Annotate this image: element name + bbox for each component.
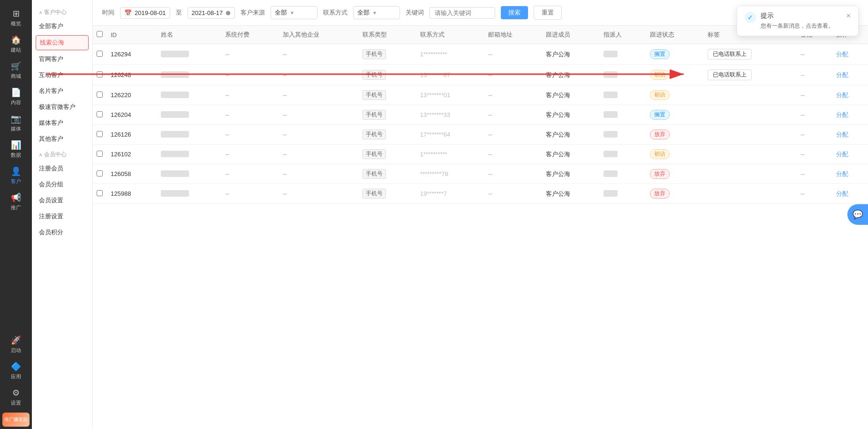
row-follow-status-3: 搁置 xyxy=(646,105,704,125)
float-action-button[interactable]: 💬 xyxy=(847,204,868,225)
menu-speed-customers[interactable]: 极速官微客户 xyxy=(32,99,92,115)
row-join-other-4: -- xyxy=(279,125,359,145)
table-row: 126126 ██████ -- -- 手机号 17*******64 -- 客… xyxy=(93,125,868,145)
row-id-2: 126220 xyxy=(107,85,157,105)
menu-official-customers[interactable]: 官网客户 xyxy=(32,51,92,67)
row-system-fee-6: -- xyxy=(221,164,279,184)
data-icon: 📊 xyxy=(11,140,21,150)
customer-center-title: 客户中心 xyxy=(32,5,92,18)
row-action-5: 分配 xyxy=(832,145,868,164)
content-icon: 📄 xyxy=(11,87,21,98)
row-action-4: 分配 xyxy=(832,125,868,145)
row-checkbox-7[interactable] xyxy=(97,190,103,196)
row-follow-pool-7: 客户公海 xyxy=(542,184,600,204)
row-note-6: -- xyxy=(797,164,832,184)
assign-link-2[interactable]: 分配 xyxy=(836,92,848,99)
row-contact-type-5: 手机号 xyxy=(359,145,416,164)
table-row: 126058 ██████ -- -- 手机号 *********78 -- 客… xyxy=(93,164,868,184)
header-system-fee: 系统付费 xyxy=(221,26,279,44)
select-all-checkbox[interactable] xyxy=(97,31,103,37)
sidebar-item-apps[interactable]: 🔷 应用 xyxy=(0,358,32,384)
sidebar-item-shop[interactable]: 🛒 商城 xyxy=(0,57,32,84)
sidebar-item-content[interactable]: 📄 内容 xyxy=(0,84,32,110)
sidebar-item-media[interactable]: 📷 媒体 xyxy=(0,110,32,136)
date-separator: 至 xyxy=(176,8,182,17)
apps-icon: 🔷 xyxy=(11,361,21,372)
start-date-picker[interactable]: 📅 2019-08-01 xyxy=(120,7,170,19)
assign-link-1[interactable]: 分配 xyxy=(836,71,848,78)
assign-link-5[interactable]: 分配 xyxy=(836,151,848,158)
end-date-picker[interactable]: 2021-08-17 ⊗ xyxy=(188,7,235,19)
sidebar-label-site: 建站 xyxy=(11,46,21,54)
row-join-other-1: -- xyxy=(279,65,359,85)
start-date-value: 2019-08-01 xyxy=(135,9,166,16)
row-contact-type-4: 手机号 xyxy=(359,125,416,145)
keyword-input[interactable] xyxy=(430,7,495,19)
row-checkbox-3[interactable] xyxy=(97,111,103,117)
row-follow-status-2: 初访 xyxy=(646,85,704,105)
row-follow-member-5: ██ xyxy=(600,145,646,164)
customer-table-container: ID 姓名 系统付费 加入其他企业 联系类型 联系方式 邮箱地址 跟进成员 指派… xyxy=(93,26,868,429)
row-note-7: -- xyxy=(797,184,832,204)
row-contact-type-7: 手机号 xyxy=(359,184,416,204)
row-email-4: -- xyxy=(484,125,542,145)
menu-member-group[interactable]: 会员分组 xyxy=(32,176,92,192)
site-icon: 🏠 xyxy=(11,35,21,45)
row-follow-status-6: 放弃 xyxy=(646,164,704,184)
table-row: 125988 ██████ -- -- 手机号 19*******7 -- 客户… xyxy=(93,184,868,204)
table-row: 126294 ██████ -- -- 手机号 1********** -- 客… xyxy=(93,44,868,65)
customer-table: ID 姓名 系统付费 加入其他企业 联系类型 联系方式 邮箱地址 跟进成员 指派… xyxy=(93,26,868,204)
promo-banner[interactable]: 推广赚奖励 xyxy=(2,413,30,427)
header-id: ID xyxy=(107,26,157,44)
row-note-btn-2 xyxy=(704,85,797,105)
search-button[interactable]: 搜索 xyxy=(501,6,528,19)
row-checkbox-4[interactable] xyxy=(97,131,103,137)
source-label: 客户来源 xyxy=(241,8,265,17)
menu-other-customers[interactable]: 其他客户 xyxy=(32,131,92,147)
sidebar-item-overview[interactable]: ⊞ 概览 xyxy=(0,5,32,31)
notification-content: 提示 您有一条新消息，点击查看。 xyxy=(761,12,842,30)
note-btn-0[interactable]: 已电话联系上 xyxy=(708,49,752,60)
assign-link-4[interactable]: 分配 xyxy=(836,131,848,138)
notification-close-icon[interactable]: × xyxy=(846,12,851,20)
row-system-fee-7: -- xyxy=(221,184,279,204)
source-select[interactable]: 全部 ▼ xyxy=(271,6,317,19)
sidebar-item-data[interactable]: 📊 数据 xyxy=(0,136,32,162)
row-action-6: 分配 xyxy=(832,164,868,184)
row-system-fee-5: -- xyxy=(221,145,279,164)
menu-register-member[interactable]: 注册会员 xyxy=(32,161,92,176)
menu-member-settings[interactable]: 会员设置 xyxy=(32,192,92,208)
time-label: 时间 xyxy=(102,8,114,17)
menu-media-customers[interactable]: 媒体客户 xyxy=(32,115,92,131)
reset-button[interactable]: 重置 xyxy=(534,6,562,20)
menu-register-settings[interactable]: 注册设置 xyxy=(32,208,92,224)
assign-link-0[interactable]: 分配 xyxy=(836,51,848,58)
row-checkbox-1[interactable] xyxy=(97,71,103,77)
sidebar-item-promote[interactable]: 📢 推广 xyxy=(0,189,32,215)
assign-link-3[interactable]: 分配 xyxy=(836,111,848,118)
contact-select[interactable]: 全部 ▼ xyxy=(353,6,400,19)
row-checkbox-6[interactable] xyxy=(97,170,103,176)
sidebar-item-launch[interactable]: 🚀 启动 xyxy=(0,331,32,358)
note-btn-1[interactable]: 已电话联系上 xyxy=(708,69,752,80)
row-checkbox-cell xyxy=(93,125,107,145)
settings-icon: ⚙ xyxy=(12,388,20,398)
row-action-1: 分配 xyxy=(832,65,868,85)
assign-link-6[interactable]: 分配 xyxy=(836,170,848,177)
row-contact-type-1: 手机号 xyxy=(359,65,416,85)
sidebar-item-site[interactable]: 🏠 建站 xyxy=(0,31,32,57)
sidebar-item-customer[interactable]: 👤 客户 xyxy=(0,162,32,189)
menu-member-points[interactable]: 会员积分 xyxy=(32,224,92,240)
assign-link-7[interactable]: 分配 xyxy=(836,190,848,197)
menu-interactive-customers[interactable]: 互动客户 xyxy=(32,67,92,83)
menu-lead-pool[interactable]: 线索公海 xyxy=(36,35,89,50)
menu-all-customers[interactable]: 全部客户 xyxy=(32,18,92,34)
row-checkbox-2[interactable] xyxy=(97,92,103,98)
row-contact-type-6: 手机号 xyxy=(359,164,416,184)
menu-card-customers[interactable]: 名片客户 xyxy=(32,83,92,99)
row-checkbox-5[interactable] xyxy=(97,151,103,157)
row-checkbox-0[interactable] xyxy=(97,51,103,57)
row-system-fee-4: -- xyxy=(221,125,279,145)
sidebar-item-settings[interactable]: ⚙ 设置 xyxy=(0,384,32,410)
row-checkbox-cell xyxy=(93,105,107,125)
